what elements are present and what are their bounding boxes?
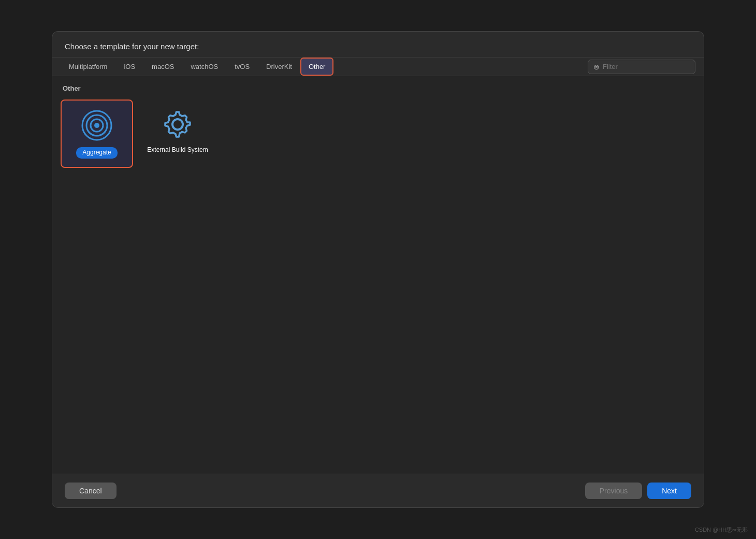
template-item-external-build[interactable]: External Build System xyxy=(141,100,214,168)
cancel-button[interactable]: Cancel xyxy=(65,483,117,499)
aggregate-icon xyxy=(80,109,113,142)
external-build-label: External Build System xyxy=(147,146,208,154)
watermark: CSDN @HH思∞无邪 xyxy=(695,526,748,534)
dialog-title-text: Choose a template for your new target: xyxy=(65,42,199,51)
tab-macos[interactable]: macOS xyxy=(143,58,182,76)
dialog-title: Choose a template for your new target: xyxy=(52,32,704,57)
tab-driverkit[interactable]: DriverKit xyxy=(258,58,300,76)
tab-items: Multiplatform iOS macOS watchOS tvOS Dri… xyxy=(61,58,588,76)
tab-watchos[interactable]: watchOS xyxy=(182,58,226,76)
templates-grid: Aggregate External Build System xyxy=(61,100,695,168)
section-label: Other xyxy=(61,84,695,92)
next-button[interactable]: Next xyxy=(647,483,691,499)
navigation-buttons: Previous Next xyxy=(585,483,691,499)
svg-point-3 xyxy=(94,123,99,128)
tab-other[interactable]: Other xyxy=(300,58,334,76)
gear-icon xyxy=(161,108,194,141)
template-item-aggregate[interactable]: Aggregate xyxy=(61,100,133,168)
filter-icon: ⊜ xyxy=(593,63,600,71)
filter-input[interactable] xyxy=(603,63,690,70)
content-area: Other Aggregate xyxy=(52,76,704,474)
tab-bar: Multiplatform iOS macOS watchOS tvOS Dri… xyxy=(52,57,704,76)
tab-ios[interactable]: iOS xyxy=(115,58,143,76)
tab-multiplatform[interactable]: Multiplatform xyxy=(61,58,115,76)
aggregate-label: Aggregate xyxy=(76,147,117,159)
footer: Cancel Previous Next xyxy=(52,474,704,507)
tab-tvos[interactable]: tvOS xyxy=(226,58,258,76)
filter-container: ⊜ xyxy=(588,60,695,74)
previous-button[interactable]: Previous xyxy=(585,483,642,499)
template-chooser-dialog: Choose a template for your new target: M… xyxy=(52,31,704,508)
